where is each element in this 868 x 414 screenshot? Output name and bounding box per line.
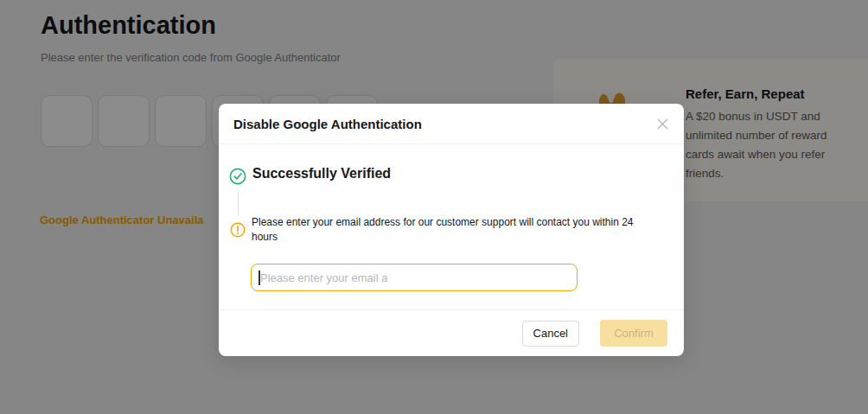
close-icon[interactable] — [655, 117, 669, 131]
exclamation-circle-icon — [230, 222, 246, 241]
modal-footer: Cancel Confirm — [219, 309, 684, 356]
email-input[interactable] — [252, 264, 577, 290]
email-field-wrapper — [251, 264, 578, 291]
verified-status-label: Successfully Verified — [252, 166, 391, 182]
security-settings-page: Authentication Please enter the verifica… — [0, 0, 868, 414]
email-instruction-text: Please enter your email address for our … — [252, 215, 661, 245]
text-caret — [258, 271, 260, 285]
modal-title: Disable Google Authentication — [233, 117, 422, 131]
confirm-button[interactable]: Confirm — [600, 320, 667, 347]
check-circle-icon — [229, 168, 246, 188]
modal-header: Disable Google Authentication — [219, 104, 684, 144]
step-connector-line — [238, 191, 239, 215]
cancel-button[interactable]: Cancel — [522, 321, 579, 347]
disable-google-auth-modal: Disable Google Authentication Successful… — [219, 104, 684, 356]
